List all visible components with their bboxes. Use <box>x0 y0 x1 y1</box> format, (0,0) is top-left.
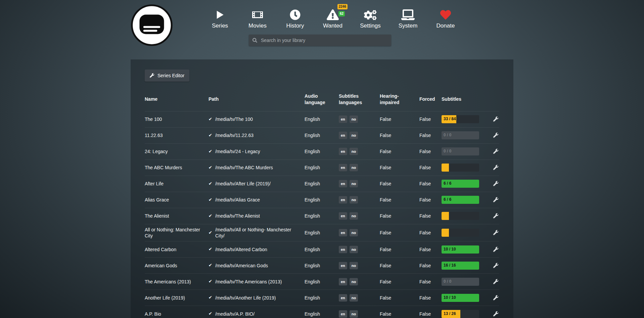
series-name[interactable]: 11.22.63 <box>145 132 209 138</box>
series-path: ✔ /media/tv/The Alienist <box>209 213 305 219</box>
wrench-icon <box>493 279 499 284</box>
subtitle-language-badge: en <box>339 294 347 302</box>
wrench-icon <box>493 230 499 235</box>
series-name[interactable]: A.P. Bio <box>145 311 209 317</box>
subtitle-languages: enno <box>339 148 380 155</box>
subtitles-progress-label: 6 / 6 <box>444 181 451 186</box>
nav-movies[interactable]: Movies <box>243 7 272 29</box>
series-name[interactable]: The Alienist <box>145 213 209 219</box>
edit-series-button[interactable] <box>493 278 499 286</box>
subtitles-progress-bar: 16 / 16 <box>442 262 479 270</box>
subtitles-progress-bar <box>442 164 479 172</box>
subtitles-progress-bar <box>442 229 479 237</box>
wrench-icon <box>493 117 499 122</box>
column-header-sublangs: Subtitles languages <box>339 93 380 106</box>
table-row: A.P. Bio ✔ /media/tv/A.P. BIO/ English e… <box>145 306 499 318</box>
forced-value: False <box>419 246 442 253</box>
audio-language: English <box>305 165 339 171</box>
edit-series-button[interactable] <box>493 294 499 302</box>
series-name[interactable]: Alias Grace <box>145 197 209 203</box>
subtitles-progress-bar: 10 / 10 <box>442 245 479 254</box>
subtitle-language-badge: no <box>350 246 358 253</box>
table-row: The ABC Murders ✔ /media/tv/The ABC Murd… <box>145 160 499 176</box>
subtitle-language-badge: en <box>339 132 347 139</box>
nav-series[interactable]: Series <box>206 7 234 29</box>
nav-history[interactable]: History <box>281 7 309 29</box>
nav-wanted[interactable]: 2246 62 Wanted <box>319 7 347 29</box>
subtitles-progress-label: 0 / 0 <box>444 149 451 154</box>
nav-settings[interactable]: Settings <box>356 7 384 29</box>
subtitle-language-badge: no <box>350 310 358 318</box>
check-icon: ✔ <box>209 213 212 219</box>
audio-language: English <box>305 263 339 269</box>
hearing-impaired-value: False <box>380 279 419 285</box>
audio-language: English <box>305 132 339 138</box>
series-name[interactable]: The ABC Murders <box>145 165 209 171</box>
edit-series-button[interactable] <box>493 262 499 270</box>
wrench-icon <box>493 247 499 252</box>
series-path: ✔ /media/tv/After Life (2019)/ <box>209 181 305 187</box>
audio-language: English <box>305 311 339 317</box>
hearing-impaired-value: False <box>380 263 419 269</box>
main-nav: Series Movies History 2246 62 <box>206 7 460 29</box>
subtitles-progress-label: 13 / 26 <box>444 311 456 317</box>
forced-value: False <box>419 230 442 236</box>
hearing-impaired-value: False <box>380 230 419 236</box>
subtitles-progress-bar <box>442 212 479 220</box>
subtitle-language-badge: en <box>339 164 347 171</box>
search-icon <box>252 38 257 43</box>
hearing-impaired-value: False <box>380 311 419 317</box>
nav-history-label: History <box>286 22 304 29</box>
hearing-impaired-value: False <box>380 295 419 301</box>
subtitle-language-badge: no <box>350 132 358 139</box>
subtitle-language-badge: en <box>339 278 347 285</box>
subtitles-progress-label: 16 / 16 <box>444 263 456 268</box>
series-path: ✔ /media/tv/The Americans (2013) <box>209 279 305 285</box>
edit-series-button[interactable] <box>493 212 499 220</box>
subtitle-languages: enno <box>339 278 380 285</box>
series-editor-button[interactable]: Series Editor <box>145 70 189 82</box>
series-name[interactable]: American Gods <box>145 263 209 269</box>
check-icon: ✔ <box>209 181 212 187</box>
series-name[interactable]: 24: Legacy <box>145 148 209 154</box>
forced-value: False <box>419 165 442 171</box>
table-row: 11.22.63 ✔ /media/tv/11.22.63 English en… <box>145 127 499 143</box>
edit-series-button[interactable] <box>493 164 499 172</box>
subtitles-progress-label: 6 / 6 <box>444 197 451 202</box>
series-name[interactable]: The Americans (2013) <box>145 279 209 285</box>
table-row: The Alienist ✔ /media/tv/The Alienist En… <box>145 208 499 224</box>
table-row: After Life ✔ /media/tv/After Life (2019)… <box>145 176 499 192</box>
warning-triangle-icon: 2246 62 <box>327 7 339 20</box>
subtitles-progress-bar: 6 / 6 <box>442 180 479 188</box>
forced-value: False <box>419 279 442 285</box>
nav-movies-label: Movies <box>248 22 267 29</box>
edit-series-button[interactable] <box>493 115 499 123</box>
series-name[interactable]: After Life <box>145 181 209 187</box>
subtitle-language-badge: no <box>350 148 358 155</box>
nav-system-label: System <box>399 22 418 29</box>
wrench-icon <box>493 311 499 317</box>
app-logo[interactable] <box>131 4 173 46</box>
series-name[interactable]: Altered Carbon <box>145 246 209 253</box>
series-name[interactable]: All or Nothing: Manchester City <box>145 227 209 239</box>
subtitle-language-badge: no <box>350 278 358 285</box>
subtitles-progress-label: 0 / 0 <box>444 133 451 138</box>
subtitle-language-badge: en <box>339 180 347 187</box>
table-row: All or Nothing: Manchester City ✔ /media… <box>145 224 499 241</box>
series-name[interactable]: Another Life (2019) <box>145 295 209 301</box>
search-input[interactable] <box>260 37 387 43</box>
edit-series-button[interactable] <box>493 310 499 318</box>
edit-series-button[interactable] <box>493 131 499 139</box>
table-header-row: Name Path Audio language Subtitles langu… <box>145 92 499 111</box>
nav-system[interactable]: System <box>394 7 422 29</box>
edit-series-button[interactable] <box>493 196 499 204</box>
series-path: ✔ /media/tv/American Gods <box>209 263 305 269</box>
subtitle-languages: enno <box>339 294 380 302</box>
check-icon: ✔ <box>209 311 212 317</box>
edit-series-button[interactable] <box>493 147 499 155</box>
series-name[interactable]: The 100 <box>145 116 209 122</box>
edit-series-button[interactable] <box>493 229 499 237</box>
edit-series-button[interactable] <box>493 180 499 188</box>
edit-series-button[interactable] <box>493 245 499 254</box>
nav-donate[interactable]: Donate <box>431 7 460 29</box>
